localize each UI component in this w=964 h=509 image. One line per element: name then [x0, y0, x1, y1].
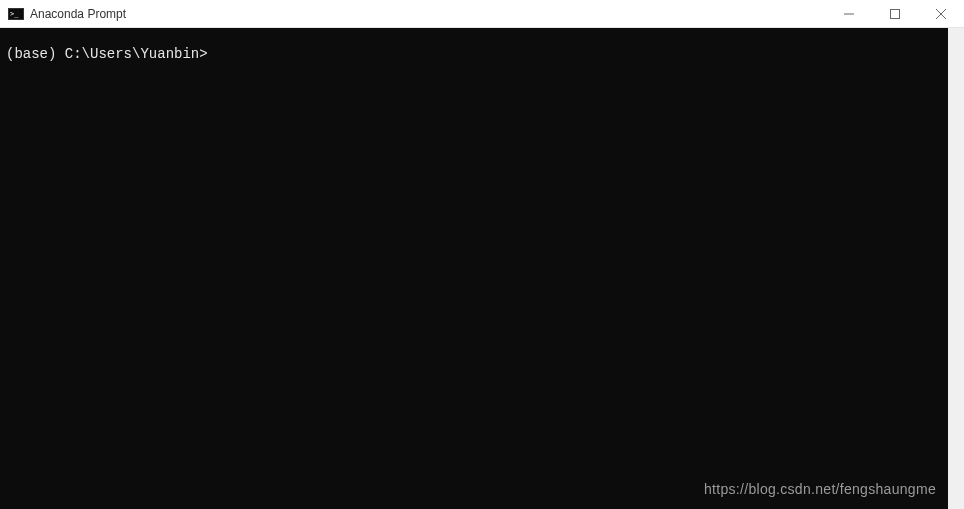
window-controls [826, 0, 964, 27]
terminal-icon: >_ [8, 6, 24, 22]
window-title: Anaconda Prompt [30, 7, 826, 21]
close-button[interactable] [918, 0, 964, 27]
titlebar[interactable]: >_ Anaconda Prompt [0, 0, 964, 28]
terminal-wrapper: (base) C:\Users\Yuanbin> https://blog.cs… [0, 28, 964, 509]
prompt-line: (base) C:\Users\Yuanbin> [6, 46, 942, 63]
svg-text:>_: >_ [10, 10, 19, 18]
vertical-scrollbar[interactable] [948, 28, 964, 509]
terminal-area[interactable]: (base) C:\Users\Yuanbin> https://blog.cs… [0, 28, 948, 509]
minimize-button[interactable] [826, 0, 872, 27]
maximize-button[interactable] [872, 0, 918, 27]
watermark-text: https://blog.csdn.net/fengshaungme [704, 481, 936, 497]
svg-rect-4 [891, 9, 900, 18]
